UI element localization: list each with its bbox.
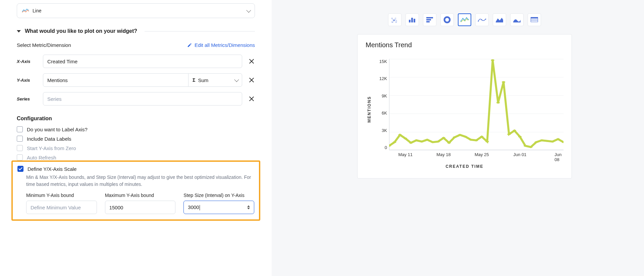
svg-point-46 (491, 59, 494, 61)
max-bound-input[interactable]: 15000 (105, 201, 176, 214)
svg-point-16 (466, 17, 467, 18)
viz-table-button[interactable] (528, 13, 541, 26)
min-bound-placeholder: Define Minimum Value (31, 205, 81, 210)
viz-area-spline-button[interactable] (510, 13, 524, 26)
plot-section-title: What would you like to plot on your widg… (25, 28, 137, 34)
svg-rect-24 (531, 22, 538, 22)
svg-rect-23 (531, 20, 538, 21)
svg-point-35 (431, 141, 434, 143)
define-scale-highlight: Define Y/X-Axis Scale Min & Max Y/X-Axis… (11, 160, 260, 221)
svg-point-43 (475, 139, 478, 141)
edit-metrics-text: Edit all Metrics/Dimensions (195, 42, 255, 48)
viz-type-label: Line (33, 8, 41, 13)
viz-spline-button[interactable] (475, 13, 489, 26)
viz-type-toolbar: DCWLWD (388, 13, 541, 26)
viz-line-button[interactable] (458, 13, 471, 26)
donut-chart-icon (443, 16, 451, 24)
viz-wordcloud-button[interactable]: DCWLWD (388, 13, 401, 26)
stepper-up-icon[interactable] (247, 205, 250, 207)
horizontal-bar-icon (426, 16, 434, 23)
remove-x-axis-button[interactable] (248, 58, 255, 65)
svg-rect-26 (538, 17, 538, 22)
viz-donut-button[interactable] (440, 13, 454, 26)
svg-point-37 (442, 137, 445, 139)
svg-point-45 (485, 141, 489, 142)
viz-hbar-button[interactable] (423, 13, 436, 26)
min-bound-input[interactable]: Define Minimum Value (26, 201, 97, 214)
table-icon (530, 16, 539, 23)
y-axis-metric-select[interactable]: Mentions (43, 74, 188, 86)
y-axis-aggregation-select[interactable]: Σ Sum (188, 74, 242, 86)
remove-series-button[interactable] (248, 95, 255, 102)
label-axis-checkbox[interactable] (17, 126, 23, 132)
x-axis-select[interactable]: Created Time (43, 55, 242, 68)
svg-point-53 (529, 146, 532, 148)
svg-point-41 (464, 136, 467, 137)
max-bound-label: Maximum Y-Axis bound (105, 193, 176, 198)
step-size-input[interactable]: 3000 (183, 201, 254, 214)
svg-point-55 (540, 139, 543, 141)
chart-title: Mentions Trend (366, 41, 564, 49)
chevron-down-icon (246, 8, 251, 13)
svg-point-50 (513, 130, 516, 131)
series-select[interactable]: Series (43, 92, 242, 106)
x-axis-value: Created Time (47, 59, 77, 64)
viz-type-select[interactable]: Line (17, 3, 255, 18)
svg-point-56 (545, 140, 549, 142)
svg-point-20 (485, 19, 486, 20)
line-chart-icon (460, 16, 469, 23)
viz-bar-button[interactable] (406, 13, 419, 26)
auto-refresh-checkbox[interactable] (17, 154, 23, 160)
preview-panel: DCWLWD Mention (272, 0, 644, 276)
svg-point-57 (551, 141, 554, 142)
step-size-stepper[interactable] (247, 205, 250, 209)
chart-x-axis-title: CREATED TIME (366, 164, 564, 169)
svg-point-54 (535, 141, 538, 143)
pencil-icon (187, 43, 192, 48)
define-scale-hint: Min & Max Y/X-Axis bounds, and Step Size… (26, 174, 254, 188)
data-labels-text: Include Data Labels (27, 136, 71, 142)
area-spline-icon (513, 16, 521, 23)
y-from-zero-checkbox[interactable] (17, 145, 23, 151)
svg-point-34 (426, 139, 429, 140)
max-bound-value: 15000 (109, 205, 123, 210)
wordcloud-icon: DCWLWD (391, 16, 399, 23)
remove-y-axis-button[interactable] (248, 77, 255, 83)
sigma-icon: Σ (193, 77, 195, 83)
svg-text:W: W (391, 21, 393, 23)
data-labels-checkbox[interactable] (17, 136, 23, 142)
disclosure-triangle-icon (17, 30, 21, 32)
stepper-down-icon[interactable] (247, 208, 250, 209)
svg-point-17 (468, 19, 469, 20)
chart-preview-card: Mentions Trend MENTIONS 15K12K9K6K3K0 Ma… (357, 34, 572, 179)
svg-point-32 (415, 139, 418, 141)
svg-point-42 (469, 139, 473, 140)
svg-rect-21 (531, 17, 538, 18)
svg-point-38 (447, 142, 451, 144)
svg-point-33 (420, 141, 423, 142)
x-axis-label: X-Axis (17, 59, 37, 64)
svg-point-28 (393, 141, 396, 143)
chart-y-axis-title: MENTIONS (366, 59, 373, 159)
svg-rect-6 (409, 20, 411, 22)
y-axis-label: Y-Axis (17, 78, 37, 83)
svg-rect-11 (426, 21, 430, 22)
svg-point-13 (461, 21, 462, 22)
area-chart-icon (495, 16, 504, 23)
svg-point-31 (409, 142, 413, 144)
chart-y-ticks: 15K12K9K6K3K0 (373, 59, 387, 150)
y-axis-value: Mentions (47, 77, 68, 83)
svg-rect-25 (531, 17, 531, 22)
select-metric-label: Select Metric/Dimension (17, 42, 71, 48)
step-size-value: 3000 (188, 204, 199, 210)
viz-area-button[interactable] (493, 13, 506, 26)
svg-point-44 (480, 136, 483, 137)
plot-section-header[interactable]: What would you like to plot on your widg… (17, 28, 255, 34)
edit-metrics-link[interactable]: Edit all Metrics/Dimensions (187, 42, 255, 48)
chart-plot-area: 15K12K9K6K3K0 May 11May 18May 25Jun 01Ju… (373, 59, 564, 159)
svg-point-30 (404, 138, 407, 139)
svg-point-18 (478, 21, 479, 22)
configuration-title: Configuration (17, 116, 255, 122)
define-scale-checkbox[interactable] (17, 166, 23, 172)
svg-point-40 (458, 134, 462, 136)
